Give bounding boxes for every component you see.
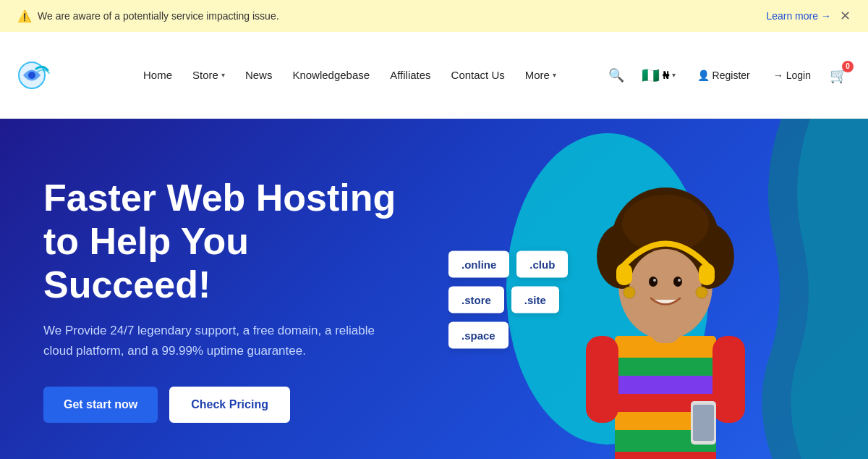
domain-badge-store: .store [448,286,504,313]
search-button[interactable]: 🔍 [605,64,627,86]
domain-badge-site: .site [511,286,559,313]
hero-subtitle: We Provide 24/7 legendary support, a fre… [43,321,405,360]
cart-badge: 0 [842,61,854,72]
hero-title: Faster Web Hosting to Help You Succeed! [43,177,405,306]
nav-item-affiliates[interactable]: Affiliates [380,63,441,87]
login-button[interactable]: → Login [766,65,818,85]
badge-row-2: .store .site [448,286,568,313]
svg-point-19 [649,277,658,287]
nav-item-home[interactable]: Home [133,63,182,87]
warning-icon: ⚠️ [17,9,32,23]
search-icon: 🔍 [608,68,624,83]
chevron-down-icon: ▾ [672,71,676,79]
domain-badge-space: .space [448,321,509,348]
alert-close-button[interactable]: ✕ [840,9,851,22]
get-started-button[interactable]: Get start now [43,387,158,423]
person-svg [557,162,774,459]
hero-buttons: Get start now Check Pricing [43,387,405,423]
hero-section: Faster Web Hosting to Help You Succeed! … [0,119,868,459]
hero-visual: .online .club .store .site .space [448,119,868,459]
nav-right: 🔍 🇳🇬 ₦ ▾ 👤 Register → Login 🛒 0 [605,64,851,87]
svg-rect-5 [615,358,716,376]
svg-point-1 [28,72,35,79]
nav-item-news[interactable]: News [235,63,283,87]
svg-point-22 [678,279,681,282]
domain-badges: .online .club .store .site .space [448,250,568,348]
badge-row-1: .online .club [448,250,568,277]
svg-rect-25 [616,264,632,285]
domain-badge-club: .club [516,250,568,277]
logo[interactable] [17,57,104,93]
hero-content: Faster Web Hosting to Help You Succeed! … [0,119,448,459]
currency-selector[interactable]: 🇳🇬 ₦ ▾ [636,64,681,87]
chevron-down-icon: ▾ [553,71,556,79]
user-icon: 👤 [697,70,710,81]
alert-message: ⚠️ We are aware of a potentially service… [17,9,279,23]
svg-rect-10 [586,336,618,423]
login-icon: → [773,70,783,81]
check-pricing-button[interactable]: Check Pricing [169,387,290,423]
badge-row-3: .space [448,321,568,348]
svg-rect-26 [699,264,715,285]
register-button[interactable]: 👤 Register [690,65,757,85]
svg-point-24 [696,287,707,298]
alert-text: We are aware of a potentially service im… [38,10,279,22]
alert-bar: ⚠️ We are aware of a potentially service… [0,0,868,32]
svg-rect-6 [615,376,716,394]
nav-item-contact[interactable]: Contact Us [441,63,515,87]
nav-item-store[interactable]: Store ▾ [182,63,235,87]
svg-rect-28 [693,405,714,441]
nav-item-more[interactable]: More ▾ [515,63,566,87]
svg-point-21 [653,279,656,282]
hero-person-image [557,162,774,459]
svg-point-18 [629,249,702,329]
svg-rect-11 [712,336,745,423]
domain-badge-online: .online [448,250,509,277]
learn-more-link[interactable]: Learn more → [766,10,831,22]
currency-symbol: ₦ [663,70,669,81]
logo-icon [17,57,61,93]
svg-point-20 [673,277,682,287]
svg-point-23 [624,287,635,298]
alert-actions: Learn more → ✕ [766,9,851,22]
chevron-down-icon: ▾ [221,71,225,79]
cart-button[interactable]: 🛒 0 [827,64,851,87]
arrow-icon: → [821,10,831,22]
nav-links: Home Store ▾ News Knowledgebase Affiliat… [133,63,605,87]
navbar: Home Store ▾ News Knowledgebase Affiliat… [0,32,868,119]
flag-icon: 🇳🇬 [642,67,660,84]
nav-item-knowledgebase[interactable]: Knowledgebase [282,63,380,87]
